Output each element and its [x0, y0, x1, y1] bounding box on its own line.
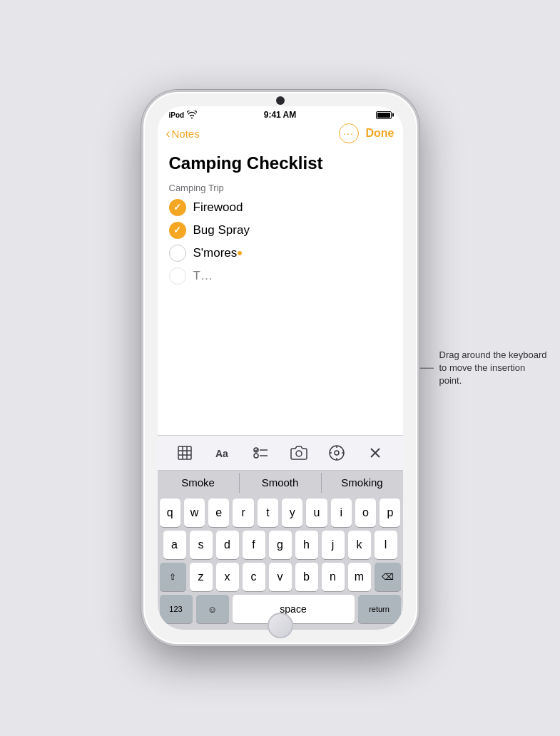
annotation-text: Drag around the keyboard to move the ins…: [439, 349, 548, 388]
svg-text:Aa: Aa: [215, 448, 228, 459]
table-button[interactable]: [173, 441, 196, 464]
camera-icon: [276, 96, 285, 105]
key-j[interactable]: j: [322, 531, 345, 559]
key-v[interactable]: v: [269, 563, 292, 591]
back-chevron-icon: ‹: [166, 127, 170, 140]
close-toolbar-button[interactable]: [364, 441, 387, 464]
svg-point-8: [254, 454, 258, 458]
key-i[interactable]: i: [331, 499, 352, 527]
checkbox-smores[interactable]: [169, 245, 186, 262]
key-l[interactable]: l: [375, 531, 397, 559]
item-text-bugspray: Bug Spray: [193, 223, 250, 237]
key-123[interactable]: 123: [160, 595, 193, 623]
keyboard-row-1: q w e r t y u i o p: [160, 499, 401, 527]
cursor-dot: [238, 251, 242, 255]
camera-toolbar-button[interactable]: [287, 441, 310, 464]
checkbox-firewood[interactable]: ✓: [169, 199, 186, 216]
checklist-icon: [253, 444, 270, 461]
key-f[interactable]: f: [243, 531, 265, 559]
key-emoji[interactable]: ☺: [196, 595, 229, 623]
more-dots-icon: ···: [343, 128, 354, 138]
keyboard[interactable]: q w e r t y u i o p a s d f g: [158, 494, 403, 630]
key-q[interactable]: q: [160, 499, 180, 527]
autocorrect-smooth[interactable]: Smooth: [240, 471, 321, 494]
key-return[interactable]: return: [358, 595, 401, 623]
nav-right-controls: ··· Done: [339, 123, 394, 143]
key-h[interactable]: h: [295, 531, 318, 559]
status-left: iPod: [169, 111, 198, 119]
svg-point-10: [296, 451, 302, 456]
key-k[interactable]: k: [348, 531, 371, 559]
status-right: [376, 111, 392, 119]
key-o[interactable]: o: [355, 499, 376, 527]
status-bar: iPod 9:41 AM: [158, 106, 403, 121]
key-shift[interactable]: ⇧: [160, 563, 186, 591]
status-time: 9:41 AM: [264, 110, 297, 120]
key-m[interactable]: m: [348, 563, 371, 591]
nav-back-button[interactable]: ‹ Notes: [166, 127, 200, 140]
battery-icon: [376, 111, 392, 119]
key-x[interactable]: x: [216, 563, 239, 591]
section-label: Camping Trip: [169, 183, 392, 193]
key-space[interactable]: space: [233, 595, 355, 623]
key-w[interactable]: w: [184, 499, 205, 527]
close-icon: [367, 444, 384, 461]
camera-toolbar-icon: [290, 444, 307, 461]
key-a[interactable]: a: [163, 531, 186, 559]
key-d[interactable]: d: [216, 531, 239, 559]
svg-rect-0: [178, 446, 191, 459]
checkbox-tent[interactable]: [169, 267, 186, 285]
annotation: Drag around the keyboard to move the ins…: [405, 349, 548, 388]
item-text-tent: T…: [193, 269, 213, 283]
device-shell: iPod 9:41 AM: [141, 90, 419, 646]
checklist-item-tent: T…: [169, 267, 392, 285]
checklist-item-bugspray: ✓ Bug Spray: [169, 222, 392, 239]
key-p[interactable]: p: [380, 499, 400, 527]
note-title: Camping Checklist: [169, 153, 392, 174]
device-name-label: iPod: [169, 111, 185, 119]
keyboard-row-2: a s d f g h j k l: [160, 531, 401, 559]
checkmark-bugspray: ✓: [173, 225, 181, 235]
format-text-icon: Aa: [214, 444, 231, 461]
key-g[interactable]: g: [269, 531, 292, 559]
checklist-button[interactable]: [250, 441, 273, 464]
key-c[interactable]: c: [243, 563, 265, 591]
device-screen: iPod 9:41 AM: [158, 106, 403, 630]
key-u[interactable]: u: [306, 499, 327, 527]
item-text-smores: S'mores: [193, 246, 243, 260]
svg-point-12: [335, 451, 339, 455]
nav-bar: ‹ Notes ··· Done: [158, 121, 403, 148]
key-e[interactable]: e: [208, 499, 229, 527]
checklist-item-firewood: ✓ Firewood: [169, 199, 392, 216]
item-text-firewood: Firewood: [193, 200, 243, 215]
checkbox-bugspray[interactable]: ✓: [169, 222, 186, 239]
key-s[interactable]: s: [190, 531, 213, 559]
table-icon: [176, 444, 193, 461]
more-options-button[interactable]: ···: [339, 123, 359, 143]
formatting-toolbar: Aa: [158, 435, 403, 470]
format-text-button[interactable]: Aa: [211, 441, 234, 464]
key-t[interactable]: t: [258, 499, 278, 527]
smores-highlighted-text: S'mores: [193, 246, 238, 260]
autocorrect-smoke[interactable]: Smoke: [158, 471, 239, 494]
key-delete[interactable]: ⌫: [375, 563, 401, 591]
key-r[interactable]: r: [233, 499, 253, 527]
wifi-icon: [187, 111, 197, 119]
nav-back-label: Notes: [172, 128, 200, 140]
checklist-item-smores: S'mores: [169, 245, 392, 262]
key-y[interactable]: y: [282, 499, 302, 527]
key-b[interactable]: b: [295, 563, 318, 591]
battery-fill: [377, 113, 390, 118]
key-z[interactable]: z: [190, 563, 213, 591]
location-button[interactable]: [325, 441, 348, 464]
done-button[interactable]: Done: [366, 127, 394, 140]
checkmark-firewood: ✓: [173, 202, 181, 213]
autocorrect-smoking[interactable]: Smoking: [322, 471, 403, 494]
home-button[interactable]: [268, 613, 293, 638]
autocorrect-bar: Smoke Smooth Smoking: [158, 470, 403, 494]
key-n[interactable]: n: [322, 563, 345, 591]
note-content[interactable]: Camping Checklist Camping Trip ✓ Firewoo…: [158, 148, 403, 435]
location-icon: [328, 444, 345, 461]
keyboard-row-3: ⇧ z x c v b n m ⌫: [160, 563, 401, 591]
